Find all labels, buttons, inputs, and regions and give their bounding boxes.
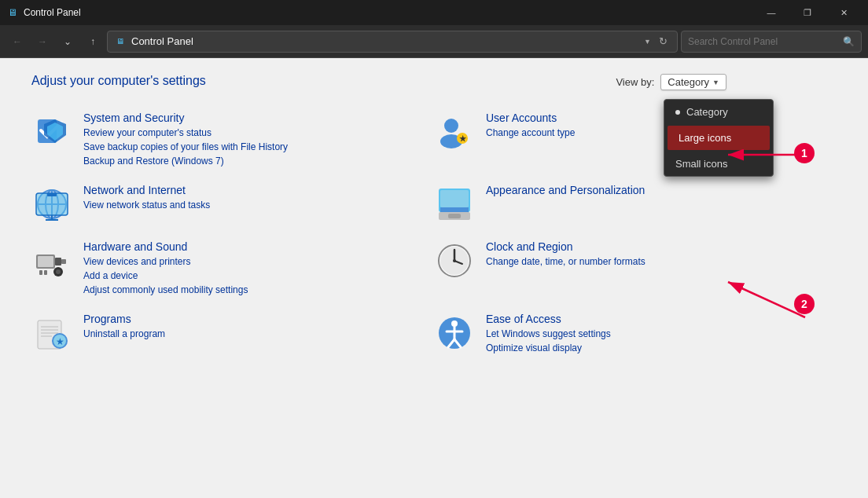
category-option: Category	[686, 106, 728, 118]
dropdown-item-large-icons[interactable]: Large icons	[668, 126, 770, 150]
address-bar: ← → ⌄ ↑ 🖥 Control Panel ▼ ↻ 🔍	[0, 25, 868, 58]
system-security-title[interactable]: System and Security	[83, 112, 288, 124]
clock-title[interactable]: Clock and Region	[486, 240, 645, 253]
user-accounts-title[interactable]: User Accounts	[486, 112, 575, 124]
setting-clock: Clock and Region Change date, time, or n…	[434, 233, 837, 305]
setting-hardware: Hardware and Sound View devices and prin…	[31, 233, 434, 305]
view-by-dropdown-menu: Category Large icons Small icons	[664, 99, 774, 177]
system-security-text: System and Security Review your computer…	[83, 112, 288, 168]
address-text: Control Panel	[131, 35, 639, 47]
dropdown-item-category[interactable]: Category	[664, 100, 773, 124]
view-by-row: View by: Category ▼	[616, 74, 726, 90]
address-field[interactable]: 🖥 Control Panel ▼ ↻	[107, 31, 678, 53]
refresh-button[interactable]: ↻	[656, 35, 671, 47]
svg-rect-27	[38, 256, 53, 267]
svg-rect-23	[440, 207, 469, 212]
hardware-title[interactable]: Hardware and Sound	[83, 240, 248, 253]
ease-title[interactable]: Ease of Access	[486, 313, 611, 325]
app-icon: 🖥	[6, 6, 19, 19]
ease-link-1[interactable]: Let Windows suggest settings	[486, 327, 611, 341]
up-button[interactable]: ↑	[82, 31, 104, 53]
search-box[interactable]: 🔍	[681, 31, 862, 53]
svg-rect-22	[440, 190, 469, 207]
hardware-link-2[interactable]: Add a device	[83, 269, 248, 283]
appearance-title[interactable]: Appearance and Personalization	[486, 184, 645, 196]
dot-icon	[675, 110, 680, 115]
address-dropdown-arrow[interactable]: ▼	[644, 38, 651, 46]
programs-text: Programs Uninstall a program	[83, 313, 165, 341]
search-input[interactable]	[688, 36, 840, 47]
view-by-selected: Category	[668, 76, 709, 88]
search-icon[interactable]: 🔍	[843, 36, 855, 47]
setting-user-accounts: ★ User Accounts Change account type	[434, 104, 837, 176]
svg-text:★: ★	[459, 134, 467, 143]
title-bar-left: 🖥 Control Panel	[6, 6, 81, 19]
svg-point-31	[56, 269, 61, 274]
svg-point-38	[453, 259, 456, 262]
user-accounts-icon: ★	[434, 112, 475, 152]
forward-button[interactable]: →	[31, 31, 53, 53]
svg-rect-28	[55, 258, 61, 265]
dropdown-item-small-icons[interactable]: Small icons	[664, 152, 773, 176]
view-by-label: View by:	[616, 76, 654, 88]
title-bar: 🖥 Control Panel — ❐ ✕	[0, 0, 868, 25]
clock-text: Clock and Region Change date, time, or n…	[486, 240, 645, 269]
svg-rect-29	[61, 259, 66, 264]
programs-title[interactable]: Programs	[83, 313, 165, 325]
system-security-link-1[interactable]: Review your computer's status	[83, 126, 288, 140]
minimize-button[interactable]: —	[753, 0, 789, 25]
programs-link-1[interactable]: Uninstall a program	[83, 327, 165, 341]
main-content: View by: Category ▼ Category Large icons…	[0, 58, 868, 498]
network-icon	[31, 184, 72, 225]
svg-rect-25	[448, 214, 461, 218]
setting-programs: ★ Programs Uninstall a program	[31, 305, 434, 363]
hardware-text: Hardware and Sound View devices and prin…	[83, 240, 248, 297]
ease-text: Ease of Access Let Windows suggest setti…	[486, 313, 611, 355]
network-text: Network and Internet View network status…	[83, 184, 210, 212]
user-accounts-link-1[interactable]: Change account type	[486, 126, 575, 140]
network-title[interactable]: Network and Internet	[83, 184, 210, 196]
clock-link-1[interactable]: Change date, time, or number formats	[486, 254, 645, 269]
svg-point-7	[444, 119, 458, 133]
view-by-dropdown[interactable]: Category ▼	[660, 74, 726, 90]
chevron-down-icon: ▼	[712, 79, 719, 86]
user-accounts-text: User Accounts Change account type	[486, 112, 575, 140]
setting-ease: Ease of Access Let Windows suggest setti…	[434, 305, 837, 363]
small-icons-option: Small icons	[675, 158, 727, 170]
svg-rect-33	[44, 270, 47, 275]
clock-icon	[434, 240, 475, 281]
title-bar-title: Control Panel	[24, 7, 81, 18]
title-bar-controls: — ❐ ✕	[753, 0, 862, 25]
setting-network: Network and Internet View network status…	[31, 176, 434, 233]
hardware-link-3[interactable]: Adjust commonly used mobility settings	[83, 283, 248, 297]
back-button[interactable]: ←	[6, 31, 28, 53]
annotation-1: 1	[794, 143, 815, 163]
system-security-link-2[interactable]: Save backup copies of your files with Fi…	[83, 140, 288, 154]
hardware-link-1[interactable]: View devices and printers	[83, 254, 248, 269]
hardware-icon	[31, 240, 72, 281]
svg-rect-32	[39, 270, 42, 275]
ease-icon	[434, 313, 475, 353]
setting-system-security: System and Security Review your computer…	[31, 104, 434, 176]
system-security-link-3[interactable]: Backup and Restore (Windows 7)	[83, 154, 288, 168]
programs-icon: ★	[31, 313, 72, 353]
svg-text:★: ★	[56, 336, 64, 347]
svg-rect-16	[36, 193, 68, 215]
network-link-1[interactable]: View network status and tasks	[83, 198, 210, 212]
down-button[interactable]: ⌄	[57, 31, 79, 53]
ease-link-2[interactable]: Optimize visual display	[486, 341, 611, 355]
large-icons-option: Large icons	[679, 132, 731, 144]
maximize-button[interactable]: ❐	[789, 0, 826, 25]
appearance-icon	[434, 184, 475, 225]
appearance-text: Appearance and Personalization	[486, 184, 645, 198]
svg-rect-18	[47, 193, 57, 196]
system-security-icon	[31, 112, 72, 152]
annotation-2: 2	[794, 294, 815, 314]
close-button[interactable]: ✕	[826, 0, 862, 25]
address-icon: 🖥	[114, 35, 127, 48]
setting-appearance: Appearance and Personalization	[434, 176, 837, 233]
